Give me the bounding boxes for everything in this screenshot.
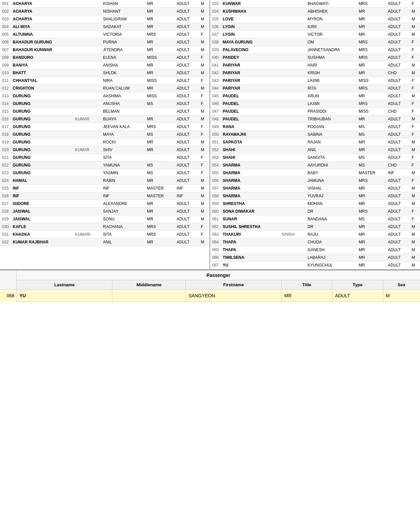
num-cell: 003 (0, 15, 11, 23)
firstname-cell: MAYA (101, 131, 145, 138)
num-cell: 025 (0, 185, 11, 192)
num-cell: 033 (210, 0, 221, 8)
middlename-cell (280, 77, 306, 85)
table-row: 049RANAPOOJANMSADULTF (210, 123, 420, 131)
table-row: 011CHHANTYALNIRAMISSADULTF (0, 77, 209, 85)
middlename-cell (280, 62, 306, 69)
middlename-cell (73, 100, 101, 108)
title-cell: MR (145, 69, 175, 77)
table-row: 054SHARMAAAYURDHIMSCHDF (210, 162, 420, 169)
middlename-cell (73, 131, 101, 138)
middlename-cell (73, 238, 101, 246)
lastname-cell: CRIGHTON (11, 85, 73, 92)
sex-cell: M (410, 238, 420, 246)
num-cell: 011 (0, 77, 11, 85)
lastname-cell: GURUNG (11, 123, 73, 131)
title-cell: MR (357, 62, 386, 69)
table-row: 005ALTUNINAVICTORIAMRSADULTF (0, 31, 209, 38)
type-cell: ADULT (386, 46, 410, 54)
type-cell: ADULT (175, 238, 199, 246)
type-cell: ADULT (175, 162, 199, 169)
middlename-cell (73, 200, 101, 208)
title-cell: MISS (145, 77, 175, 85)
title-cell: MR (145, 238, 175, 246)
title-cell: MR (145, 177, 175, 185)
type-cell: ADULT (175, 69, 199, 77)
sex-cell: M (199, 8, 209, 15)
title-cell: MS (145, 169, 175, 177)
title-cell: MISS (145, 54, 175, 62)
firstname-cell: KYUNGCHUL (306, 262, 357, 269)
sex-cell: M (199, 115, 209, 123)
table-row: 025INFINFMASTERINFM (0, 185, 209, 192)
middlename-cell (280, 154, 306, 162)
lastname-cell: SHRESTHA (221, 200, 280, 208)
num-cell: 023 (0, 169, 11, 177)
lastname-cell: BANIYA (11, 62, 73, 69)
title-cell: MR (357, 192, 386, 200)
firstname-cell: NIRA (101, 77, 145, 85)
table-row: 065THAPAGANESHMRADULTM (210, 246, 420, 254)
lastname-cell: BAHADUR KUNWAR (11, 46, 73, 54)
middlename-cell (73, 123, 101, 131)
firstname-cell: JITENDRA (101, 46, 145, 54)
num-cell: 016 (0, 115, 11, 123)
firstname-cell: ANISHA (101, 62, 145, 69)
type-cell: ADULT (175, 62, 199, 69)
firstname-cell: KISHAN (101, 0, 145, 8)
sex-cell: M (410, 69, 420, 77)
sex-cell: M (199, 238, 209, 246)
num-cell: 021 (0, 154, 11, 162)
title-cell: MR (357, 200, 386, 208)
table-row: 026INFINFMASTERINFM (0, 192, 209, 200)
title-cell: MR (357, 8, 386, 15)
sex-cell: M (199, 0, 209, 8)
middlename-cell (280, 0, 306, 8)
lastname-cell: LOVE (221, 15, 280, 23)
lastname-cell: GURUNG (11, 162, 73, 169)
sex-cell: F (410, 0, 420, 8)
num-cell: 052 (210, 146, 221, 154)
type-cell: ADULT (175, 108, 199, 115)
type-cell: ADULT (386, 185, 410, 192)
table-row: 044PARIYARRITAMRSADULTF (210, 85, 420, 92)
table-row: 024HAMALRABINMRADULTM (0, 177, 209, 185)
title-cell: MR (357, 138, 386, 146)
firstname-cell: HARI (306, 62, 357, 69)
num-cell: 041 (210, 62, 221, 69)
title-cell: MS (357, 215, 386, 223)
type-cell: ADULT (175, 23, 199, 31)
title-cell: MR (145, 15, 175, 23)
num-cell: 051 (210, 138, 221, 146)
num-cell: 014 (0, 100, 11, 108)
sex-cell: F (199, 223, 209, 231)
lastname-cell: SONA DIWAKAR (221, 208, 280, 215)
sex-cell: M (410, 92, 420, 100)
type-cell: ADULT (386, 85, 410, 92)
sex-cell: F (410, 38, 420, 46)
num-cell: 038 (210, 38, 221, 46)
firstname-cell: SHIV (101, 146, 145, 154)
firstname-cell: SUSHMA (306, 54, 357, 62)
table-row: 006BAHADUR GURUNGPURNAMRADULTM (0, 38, 209, 46)
title-cell: MRS (357, 46, 386, 54)
type-cell: ADULT (386, 231, 410, 238)
title-cell: MR (145, 215, 175, 223)
type-cell: ADULT (175, 231, 199, 238)
firstname-cell: SANGITA (306, 154, 357, 162)
sex-cell: M (410, 15, 420, 23)
num-cell: 064 (210, 238, 221, 246)
title-cell: MR (357, 231, 386, 238)
firstname-cell: ARUN (306, 92, 357, 100)
table-row: 016GURUNGKUMARBIJAYAMRADULTM (0, 115, 209, 123)
title-cell: MR (357, 262, 386, 269)
lastname-cell: ALTUNINA (11, 31, 73, 38)
firstname-cell: YAMUNA (101, 162, 145, 169)
sex-cell: F (199, 131, 209, 138)
table-row: 059SHRESTHAMOHANMRADULTM (210, 200, 420, 208)
sex-cell: M (199, 185, 209, 192)
table-row: 018GURUNGMAYAMSADULTF (0, 131, 209, 138)
firstname-cell: RITA (306, 85, 357, 92)
num-cell: 009 (0, 62, 11, 69)
firstname-cell: SONU (101, 215, 145, 223)
